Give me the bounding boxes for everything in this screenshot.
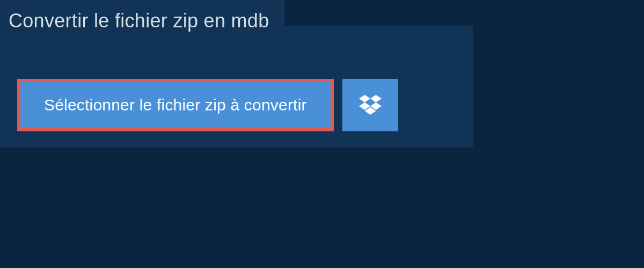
button-row: Sélectionner le fichier zip à convertir	[0, 55, 473, 131]
select-file-label: Sélectionner le fichier zip à convertir	[44, 96, 307, 114]
select-file-button[interactable]: Sélectionner le fichier zip à convertir	[17, 79, 334, 131]
page-title: Convertir le fichier zip en mdb	[9, 10, 269, 32]
conversion-panel: Convertir le fichier zip en mdb Sélectio…	[0, 26, 473, 147]
tab-header: Convertir le fichier zip en mdb	[0, 0, 284, 42]
dropbox-button[interactable]	[342, 79, 398, 131]
dropbox-icon	[359, 95, 382, 115]
